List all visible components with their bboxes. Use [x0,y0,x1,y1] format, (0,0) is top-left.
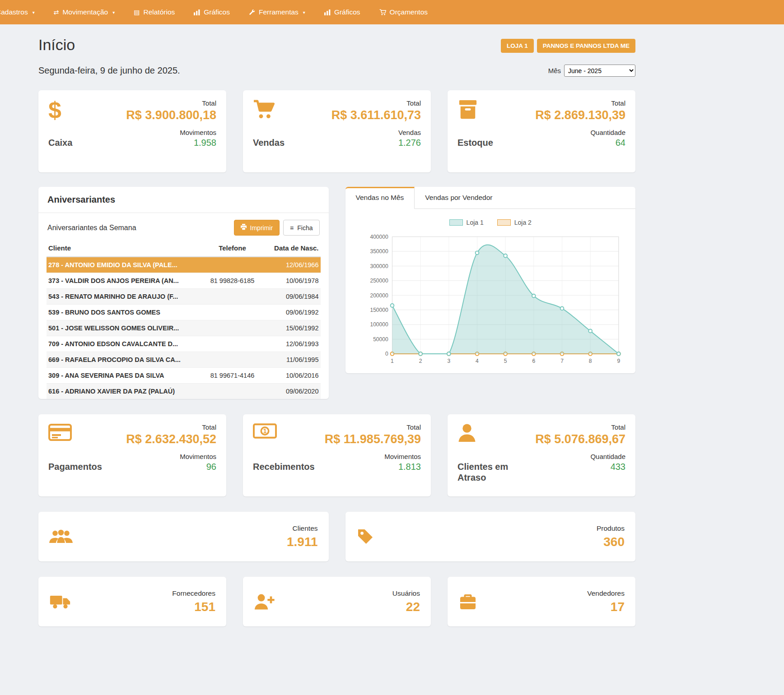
table-row[interactable]: 501 - JOSE WELISSON GOMES OLIVEIR... 15/… [47,320,321,336]
birthdays-title: Aniversariantes [38,187,329,213]
dollar-icon: $ [48,99,122,125]
ficha-button[interactable]: ≡ Ficha [283,220,319,236]
nav-item-orcamentos[interactable]: Orçamentos [370,0,437,24]
cell-data: 15/06/1992 [266,324,319,332]
shopping-cart-icon [253,99,327,125]
total-amount: R$ 3.611.610,73 [327,108,421,122]
cell-data: 12/06/1993 [266,340,319,348]
legend-item[interactable]: Loja 2 [497,219,532,226]
stat-name: Pagamentos [48,461,122,472]
page-title: Início [38,36,75,54]
birthday-table-scroll[interactable]: 278 - ANTONIO EMIDIO DA SILVA (PALE... 1… [47,257,321,399]
count-label: Quantidade [532,453,625,460]
person-icon [457,423,532,449]
table-row[interactable]: 543 - RENATO MARINHO DE ARAUJO (F... 09/… [47,289,321,305]
nav-item-label: Ferramentas [259,8,299,16]
month-select[interactable]: June - 2025 [564,65,635,77]
count-value: 1.276 [327,138,421,148]
svg-text:4: 4 [476,358,479,364]
counter-label: Clientes [287,524,318,533]
table-row[interactable]: 539 - BRUNO DOS SANTOS GOMES 09/06/1992 [47,305,321,320]
cell-cliente: 373 - VALDIR DOS ANJOS PEREIRA (AN... [48,277,199,284]
user-plus-icon [254,593,275,610]
store-badge-loja1[interactable]: LOJA 1 [501,39,534,53]
count-value: 1.813 [325,462,421,472]
table-row[interactable]: 709 - ANTONIO EDSON CAVALCANTE D... 12/0… [47,336,321,352]
table-row[interactable]: 616 - ADRIANO XAVIER DA PAZ (PALAÚ) 09/0… [47,384,321,399]
svg-text:200000: 200000 [370,292,388,299]
company-badge[interactable]: PANNOS E PANNOS LTDA ME [537,39,635,53]
nav-item-cadastros[interactable]: Cadastros ▾ [0,0,44,24]
svg-text:2: 2 [419,358,422,364]
nav-item-ferramentas[interactable]: Ferramentas ▾ [239,0,315,24]
svg-text:400000: 400000 [370,234,388,240]
stat-card-estoque: Estoque Total R$ 2.869.130,39 Quantidade… [448,90,635,172]
nav-item-label: Orçamentos [390,8,428,16]
cell-cliente: 709 - ANTONIO EDSON CAVALCANTE D... [48,340,199,348]
svg-text:1: 1 [391,358,394,364]
cell-cliente: 309 - ANA SEVERINA PAES DA SILVA [48,372,199,379]
cell-telefone: 81 99671-4146 [199,372,266,379]
cell-data: 09/06/1984 [266,293,319,300]
stat-name: Vendas [253,137,327,148]
month-label: Mês [548,67,561,74]
print-button[interactable]: Imprimir [234,220,280,236]
cell-telefone: 81 99828-6185 [199,277,266,284]
bar-chart-icon [194,9,200,15]
chevron-down-icon: ▾ [33,10,35,15]
total-label: Total [325,423,421,431]
printer-icon [241,224,247,232]
tab-vendas-por-vendedor[interactable]: Vendas por Vendedor [415,187,503,208]
svg-text:250000: 250000 [370,278,388,284]
credit-card-icon [48,423,122,449]
table-header: Cliente Telefone Data de Nasc. [47,241,321,257]
truck-icon [49,594,71,609]
tab-vendas-no-mes[interactable]: Vendas no Mês [345,187,415,209]
nav-item-label: Cadastros [0,8,28,16]
cell-data: 09/06/2020 [266,388,319,395]
cell-data: 11/06/1995 [266,356,319,363]
count-label: Movimentos [122,453,216,460]
tag-icon [356,528,374,546]
counter-label: Fornecedores [172,589,215,598]
nav-item-label: Gráficos [204,8,230,16]
column-header-telefone: Telefone [199,244,266,252]
count-label: Vendas [327,129,421,136]
table-row[interactable]: 309 - ANA SEVERINA PAES DA SILVA 81 9967… [47,368,321,384]
counter-card-fornecedores: Fornecedores 151 [38,577,226,626]
cell-cliente: 669 - RAFAELA PROCOPIO DA SILVA CA... [48,356,199,363]
count-value: 433 [532,462,625,472]
table-row[interactable]: 373 - VALDIR DOS ANJOS PEREIRA (AN... 81… [47,273,321,289]
cell-data: 10/06/2016 [266,372,319,379]
svg-text:3: 3 [447,358,450,364]
list-icon: ≡ [290,224,294,232]
cell-cliente: 501 - JOSE WELISSON GOMES OLIVEIR... [48,324,199,332]
table-row[interactable]: 669 - RAFAELA PROCOPIO DA SILVA CA... 11… [47,352,321,368]
total-label: Total [122,99,216,107]
cell-cliente: 539 - BRUNO DOS SANTOS GOMES [48,309,199,316]
counter-value: 1.911 [287,535,318,549]
svg-text:8: 8 [588,358,592,364]
cell-cliente: 543 - RENATO MARINHO DE ARAUJO (F... [48,293,199,300]
nav-item-graficos-2[interactable]: Gráficos [315,0,370,24]
counter-value: 22 [392,600,420,614]
counter-label: Usuários [392,589,420,598]
svg-text:100000: 100000 [370,321,388,328]
exchange-icon: ⇄ [54,9,59,15]
nav-item-relatorios[interactable]: ▤ Relatórios [124,0,184,24]
column-header-cliente: Cliente [48,244,199,252]
chevron-down-icon: ▾ [303,10,305,15]
total-amount: R$ 3.900.800,18 [122,108,216,122]
nav-item-movimentacao[interactable]: ⇄ Movimentação ▾ [44,0,125,24]
counter-card-usuarios: Usuários 22 [243,577,431,626]
counter-label: Vendedores [587,589,625,598]
table-row[interactable]: 278 - ANTONIO EMIDIO DA SILVA (PALE... 1… [47,257,321,273]
chart-legend: Loja 1Loja 2 [353,219,629,226]
wrench-icon [249,9,255,15]
stat-card-recebimentos: 1 Recebimentos Total R$ 11.985.769,39 Mo… [243,414,431,496]
total-label: Total [327,99,421,107]
briefcase-icon [458,593,477,610]
total-amount: R$ 11.985.769,39 [325,432,421,446]
legend-item[interactable]: Loja 1 [449,219,484,226]
nav-item-graficos[interactable]: Gráficos [184,0,239,24]
